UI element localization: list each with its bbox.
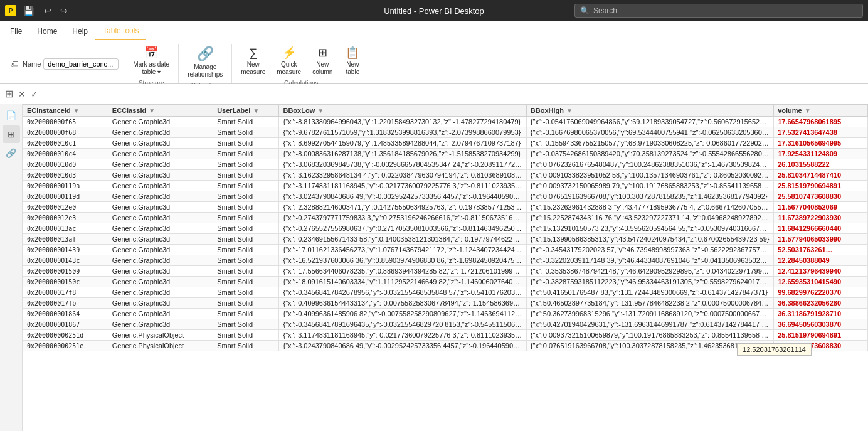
- new-column-button[interactable]: ⊞ Newcolumn: [309, 44, 336, 78]
- cell-bboxhigh: {"x":0.076232616765480487,"y":100.248623…: [526, 159, 773, 170]
- left-sidebar: 📄 ⊞ 🔗: [0, 104, 23, 431]
- name-input[interactable]: [43, 58, 119, 70]
- cell-userlabel: Smart Solid: [213, 191, 279, 202]
- cell-ecclassid: Generic.PhysicalObject: [108, 341, 213, 351]
- cell-bboxhigh: {"x":50.362739968315296,"y":-131.7209116…: [526, 309, 773, 319]
- search-input[interactable]: [593, 6, 857, 15]
- table-row[interactable]: 0x200000010d0Generic.Graphic3dSmart Soli…: [23, 159, 868, 170]
- col-header-ecclassid[interactable]: ECClassId ▼: [108, 105, 213, 117]
- col-header-bboxhigh[interactable]: BBoxHigh ▼: [526, 105, 773, 117]
- table-row[interactable]: 0x20000000119aGeneric.Graphic3dSmart Sol…: [23, 181, 868, 191]
- confirm-formula-button[interactable]: ✓: [31, 89, 38, 99]
- table-row[interactable]: 0x20000000f68Generic.Graphic3dSmart Soli…: [23, 127, 868, 138]
- table-row[interactable]: 0x200000000251eGeneric.PhysicalObjectSma…: [23, 341, 868, 351]
- table-row[interactable]: 0x200000010d3Generic.Graphic3dSmart Soli…: [23, 170, 868, 181]
- cell-bboxlow: {"x":-0.40996361485906 82,"y":-0.0075582…: [279, 309, 526, 319]
- cell-userlabel: Smart Solid: [213, 266, 279, 277]
- table-row[interactable]: 0x20000000143cGeneric.Graphic3dSmart Sol…: [23, 255, 868, 266]
- menu-file[interactable]: File: [3, 23, 29, 40]
- quick-measure-button[interactable]: ⚡ Quickmeasure: [273, 44, 305, 78]
- sidebar-table-icon[interactable]: ⊞: [3, 125, 20, 143]
- cell-ecclassid: Generic.Graphic3d: [108, 117, 213, 127]
- table-row[interactable]: 0x200000010c1Generic.Graphic3dSmart Soli…: [23, 138, 868, 149]
- table-row[interactable]: 0x200000013afGeneric.Graphic3dSmart Soli…: [23, 234, 868, 245]
- sidebar-model-icon[interactable]: 🔗: [3, 144, 20, 162]
- cell-ecinstanceid: 0x20000000f68: [23, 127, 109, 138]
- table-row[interactable]: 0x200000012e0Generic.Graphic3dSmart Soli…: [23, 202, 868, 213]
- cell-ecclassid: Generic.Graphic3d: [108, 149, 213, 159]
- formula-bar-icons: ⊞: [5, 88, 13, 100]
- menu-help[interactable]: Help: [65, 23, 95, 40]
- col-label-volume: volume: [778, 107, 802, 114]
- cell-volume: 17.66547968061895: [774, 117, 868, 127]
- filter-icon-userlabel[interactable]: ▼: [253, 107, 259, 114]
- table-row[interactable]: 0x200000012e3Generic.Graphic3dSmart Soli…: [23, 213, 868, 223]
- cell-bboxlow: {"x":-0.2765527556980637,"y":0.271705350…: [279, 223, 526, 234]
- table-row[interactable]: 0x200000017fbGeneric.Graphic3dSmart Soli…: [23, 298, 868, 309]
- redo-button[interactable]: ↪: [57, 4, 71, 17]
- data-grid-container[interactable]: ECInstanceId ▼ ECClassId ▼: [23, 104, 868, 431]
- quick-measure-icon: ⚡: [282, 46, 296, 60]
- cancel-formula-button[interactable]: ✕: [18, 89, 26, 99]
- col-header-ecinstanceid[interactable]: ECInstanceId ▼: [23, 105, 109, 117]
- new-table-button[interactable]: 📋 Newtable: [340, 44, 365, 78]
- cell-ecinstanceid: 0x200000012e0: [23, 202, 109, 213]
- cell-ecclassid: Generic.Graphic3d: [108, 127, 213, 138]
- sidebar-report-icon[interactable]: 📄: [3, 107, 20, 124]
- cell-bboxlow: {"x":-0.34568417842678956,"y":-0.0321554…: [279, 287, 526, 298]
- filter-icon-ecclassid[interactable]: ▼: [149, 107, 155, 114]
- manage-relationships-button[interactable]: 🔗 Managerelationships: [184, 44, 226, 80]
- search-box[interactable]: 🔍: [574, 4, 863, 18]
- table-row[interactable]: 0x200000001439Generic.Graphic3dSmart Sol…: [23, 245, 868, 255]
- cell-volume: 36.69450560303870: [774, 319, 868, 330]
- col-header-userlabel[interactable]: UserLabel ▼: [213, 105, 279, 117]
- cell-ecinstanceid: 0x200000010c1: [23, 138, 109, 149]
- cell-ecinstanceid: 0x200000001864: [23, 309, 109, 319]
- mark-date-table-button[interactable]: 📅 Mark as datetable ▾: [129, 44, 173, 78]
- cell-ecclassid: Generic.Graphic3d: [108, 266, 213, 277]
- filter-icon-bboxlow[interactable]: ▼: [317, 107, 324, 114]
- cell-volume: 26.10315588222: [774, 159, 868, 170]
- table-row[interactable]: 0x200000001509Generic.Graphic3dSmart Sol…: [23, 266, 868, 277]
- cell-volume: 11.68412966660440: [774, 223, 868, 234]
- cell-ecinstanceid: 0x200000010d3: [23, 170, 109, 181]
- cell-bboxlow: {"x":-3.1174831181168945,"y":-0.02177360…: [279, 181, 526, 191]
- cell-bboxlow: {"x":-3.0243790840686 49,"y":-0.00295242…: [279, 341, 526, 351]
- table-row[interactable]: 0x200000010c4Generic.Graphic3dSmart Soli…: [23, 149, 868, 159]
- table-row[interactable]: 0x200000000251dGeneric.PhysicalObjectSma…: [23, 330, 868, 341]
- cell-userlabel: Smart Solid: [213, 138, 279, 149]
- cell-bboxhigh: {"x":0.0091033823951052 58,"y":100.13571…: [526, 170, 773, 181]
- cell-bboxlow: {"x":-0.23469155671433 58,"y":0.14003538…: [279, 234, 526, 245]
- cell-userlabel: Smart Solid: [213, 277, 279, 287]
- ribbon-name-section: 🏷 Name: [5, 44, 124, 83]
- menu-home[interactable]: Home: [29, 23, 65, 40]
- undo-button[interactable]: ↩: [41, 4, 55, 17]
- cell-ecinstanceid: 0x200000001509: [23, 266, 109, 277]
- table-view-icon[interactable]: ⊞: [5, 88, 13, 100]
- app-icon: P: [5, 5, 16, 16]
- table-row[interactable]: 0x200000001867Generic.Graphic3dSmart Sol…: [23, 319, 868, 330]
- col-header-bboxlow[interactable]: BBoxLow ▼: [279, 105, 526, 117]
- col-header-volume[interactable]: volume ▼: [774, 105, 868, 117]
- filter-icon-volume[interactable]: ▼: [805, 107, 811, 114]
- mark-date-label: Mark as datetable ▾: [133, 61, 169, 76]
- save-button[interactable]: 💾: [20, 4, 37, 17]
- table-row[interactable]: 0x20000000119dGeneric.Graphic3dSmart Sol…: [23, 191, 868, 202]
- table-row[interactable]: 0x200000001864Generic.Graphic3dSmart Sol…: [23, 309, 868, 319]
- ribbon-group-calendars: 🔗 Managerelationships Calendars: [179, 44, 232, 83]
- menu-table-tools[interactable]: Table tools: [95, 23, 146, 40]
- cell-userlabel: Smart Solid: [213, 255, 279, 266]
- table-row[interactable]: 0x200000017f8Generic.Graphic3dSmart Soli…: [23, 287, 868, 298]
- table-row[interactable]: 0x20000000150cGeneric.Graphic3dSmart Sol…: [23, 277, 868, 287]
- cell-userlabel: Smart Solid: [213, 181, 279, 191]
- new-measure-button[interactable]: ∑ Newmeasure: [237, 45, 269, 78]
- filter-icon-ecinstanceid[interactable]: ▼: [73, 107, 80, 114]
- calendar-icon: 📅: [144, 46, 158, 60]
- name-label: Name: [23, 60, 41, 68]
- cell-bboxhigh: {"x":-0.16676980065370056,"y":69.5344400…: [526, 127, 773, 138]
- table-row[interactable]: 0x20000000f65Generic.Graphic3dSmart Soli…: [23, 117, 868, 127]
- table-row[interactable]: 0x200000013acGeneric.Graphic3dSmart Soli…: [23, 223, 868, 234]
- cell-volume: 36.38866232056280: [774, 298, 868, 309]
- cell-bboxhigh: {"x":-0.35353867487942148,"y":46.6429095…: [526, 266, 773, 277]
- filter-icon-bboxhigh[interactable]: ▼: [566, 107, 573, 114]
